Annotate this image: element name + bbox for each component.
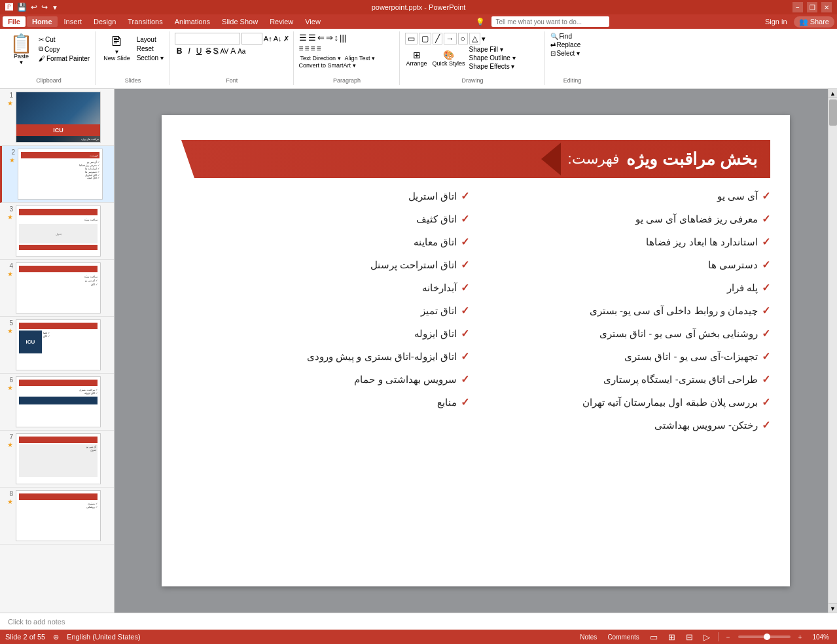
rect-shape-btn[interactable]: ▭ (405, 33, 418, 45)
share-btn[interactable]: 👥 Share (794, 16, 834, 27)
scroll-up-btn[interactable]: ▲ (828, 89, 837, 98)
status-right: Notes Comments ▭ ⊞ ⊟ ▷ − + 104% (577, 632, 832, 643)
italic-btn[interactable]: I (186, 46, 192, 56)
layout-button[interactable]: Layout (135, 35, 165, 44)
format-painter-button[interactable]: 🖌 Format Painter (37, 54, 91, 63)
zoom-level[interactable]: 104% (810, 633, 832, 641)
vertical-scrollbar[interactable]: ▲ ▼ (828, 89, 837, 613)
title-bar: 🅿 💾 ↩ ↪ ▼ powerpoint.pptx - PowerPoint −… (0, 0, 837, 14)
shadow-btn[interactable]: S (213, 46, 219, 56)
signin-btn[interactable]: Sign in (760, 16, 792, 27)
font-name-input[interactable] (175, 33, 240, 45)
cut-button[interactable]: ✂ Cut (37, 35, 91, 44)
text-direction-btn[interactable]: Text Direction ▾ (299, 54, 342, 62)
menu-view[interactable]: View (300, 16, 326, 27)
new-slide-button[interactable]: 🖹 ▼ New Slide (101, 33, 133, 63)
menu-design[interactable]: Design (88, 16, 121, 27)
minimize-button[interactable]: − (792, 2, 803, 12)
slide-star-7: ★ (7, 441, 13, 448)
menu-insert[interactable]: Insert (59, 16, 88, 27)
quick-access-dropdown[interactable]: ▼ (52, 4, 58, 11)
menu-home[interactable]: Home (27, 16, 58, 27)
notes-placeholder: Click to add notes (8, 618, 65, 626)
rounded-rect-btn[interactable]: ▢ (419, 33, 431, 45)
slide-canvas[interactable]: ▲ ▼ فهرست: بخش مراقبت ویژه ✓ آی سی یو (115, 89, 837, 613)
slideshow-btn[interactable]: ▷ (701, 632, 713, 643)
line-btn[interactable]: ╱ (433, 33, 442, 45)
slide-thumb-6[interactable]: 6 ★ ✓ مراقبت بستری✓ اتاق ایزوله (0, 374, 114, 431)
menu-transitions[interactable]: Transitions (122, 16, 168, 27)
restore-button[interactable]: ❐ (807, 2, 817, 12)
numbering-btn[interactable]: ☰ (308, 33, 316, 43)
decrease-font-btn[interactable]: A↓ (274, 35, 282, 43)
quick-styles-btn[interactable]: 🎨 Quick Styles (431, 48, 467, 68)
align-left-btn[interactable]: ≡ (299, 44, 304, 53)
zoom-slider[interactable] (738, 635, 791, 638)
char-spacing-btn[interactable]: AV (221, 48, 229, 55)
align-right-btn[interactable]: ≡ (311, 44, 315, 53)
normal-view-btn[interactable]: ▭ (647, 632, 660, 643)
slide-thumb-4[interactable]: 4 ★ مراقبت ویژه✓ آی سی یو✓ اتاق (0, 260, 114, 317)
close-button[interactable]: ✕ (821, 2, 832, 12)
redo-btn[interactable]: ↪ (41, 3, 48, 12)
select-btn[interactable]: ⊡ Select ▾ (550, 50, 595, 57)
menu-file[interactable]: File (3, 16, 26, 27)
slide-thumb-2[interactable]: 2 ★ فهرست ✓ آی سی یو✓ معرفی ریز فضاها✓ ا… (0, 146, 114, 203)
slide-sorter-btn[interactable]: ⊞ (666, 632, 678, 643)
arrange-btn[interactable]: ⊞ Arrange (405, 48, 429, 68)
quick-save[interactable]: 💾 (17, 3, 27, 12)
notes-btn[interactable]: Notes (577, 633, 599, 641)
col-btn[interactable]: ||| (340, 33, 346, 43)
slide-thumb-1[interactable]: 1 ★ ICU مراقبت های ویژه (0, 89, 114, 146)
scroll-thumb[interactable] (829, 99, 837, 126)
more-shapes-btn[interactable]: ▾ (482, 35, 486, 43)
copy-button[interactable]: ⧉ Copy (37, 45, 91, 54)
notes-bar[interactable]: Click to add notes (0, 613, 837, 630)
align-text-btn[interactable]: Align Text ▾ (344, 54, 376, 62)
reset-button[interactable]: Reset (135, 45, 165, 53)
comments-btn[interactable]: Comments (605, 633, 641, 641)
slide-thumb-8[interactable]: 8 ★ ✓ بستری✓ روشنایی (0, 488, 114, 545)
menu-animations[interactable]: Animations (169, 16, 215, 27)
reading-view-btn[interactable]: ⊟ (683, 632, 696, 643)
increase-font-btn[interactable]: A↑ (264, 35, 272, 43)
find-btn[interactable]: 🔍 Find (550, 33, 595, 40)
paste-button[interactable]: 📋 Paste ▼ (7, 33, 36, 67)
convert-smartart-btn[interactable]: Convert to SmartArt ▾ (299, 62, 395, 69)
slide-thumb-7[interactable]: 7 ★ آی سی یوجدول (0, 431, 114, 488)
slides-panel[interactable]: 1 ★ ICU مراقبت های ویژه 2 ★ فهرست (0, 89, 115, 613)
arrow-btn[interactable]: → (444, 33, 457, 45)
font-size-input[interactable]: 18 (241, 33, 262, 45)
clear-format-btn[interactable]: ✗ (283, 35, 289, 43)
strikethrough-btn[interactable]: S (206, 46, 211, 56)
shape-fill-btn[interactable]: Shape Fill ▾ (469, 46, 516, 53)
bold-btn[interactable]: B (175, 46, 185, 56)
shape-outline-btn[interactable]: Shape Outline ▾ (469, 54, 516, 62)
underline-btn[interactable]: U (194, 46, 204, 56)
slide-thumb-5[interactable]: 5 ★ ICU ✓ فضا✓ اتاق (0, 317, 114, 374)
bullets-btn[interactable]: ☰ (299, 33, 307, 43)
font-color-btn[interactable]: A (230, 46, 236, 56)
oval-btn[interactable]: ○ (458, 33, 468, 45)
justify-btn[interactable]: ≡ (317, 44, 321, 53)
section-button[interactable]: Section ▾ (135, 54, 165, 62)
paste-icon: 📋 (10, 35, 33, 53)
slide-thumb-3[interactable]: 3 ★ مراقبت ویژه جدول (0, 203, 114, 260)
replace-btn[interactable]: ⇄ Replace (550, 41, 595, 48)
increase-indent-btn[interactable]: ⇒ (326, 33, 333, 43)
language-indicator[interactable]: English (United States) (67, 633, 141, 641)
line-spacing-btn[interactable]: ↕ (334, 33, 339, 43)
align-center-btn[interactable]: ≡ (305, 44, 310, 53)
menu-review[interactable]: Review (264, 16, 298, 27)
scroll-down-btn[interactable]: ▼ (828, 603, 837, 613)
decrease-indent-btn[interactable]: ⇐ (317, 33, 325, 43)
triangle-btn[interactable]: △ (469, 33, 480, 45)
slide-star-1: ★ (7, 99, 13, 107)
undo-btn[interactable]: ↩ (31, 3, 37, 12)
zoom-out-btn[interactable]: − (724, 633, 733, 641)
font-case-btn[interactable]: Aa (238, 48, 245, 55)
menu-slideshow[interactable]: Slide Show (217, 16, 263, 27)
shape-effects-btn[interactable]: Shape Effects ▾ (469, 63, 516, 70)
zoom-in-btn[interactable]: + (796, 633, 805, 641)
search-input[interactable] (491, 16, 609, 27)
